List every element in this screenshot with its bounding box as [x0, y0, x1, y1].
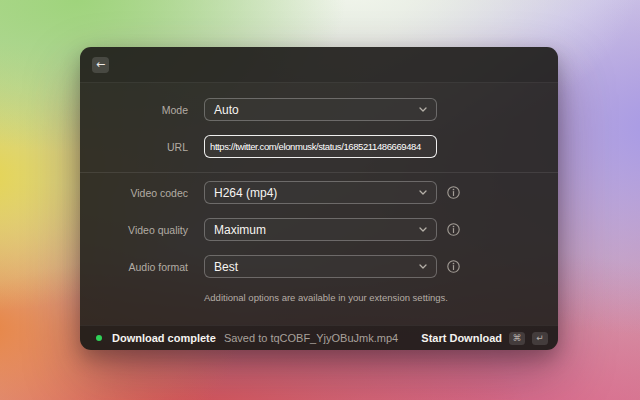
back-button[interactable]: ←: [92, 57, 109, 73]
status-text: Download complete: [112, 332, 216, 344]
info-icon[interactable]: [447, 223, 460, 236]
start-download-button[interactable]: Start Download: [421, 332, 502, 344]
mode-row: Mode Auto: [80, 98, 558, 121]
video-quality-select[interactable]: Maximum: [204, 218, 437, 241]
mode-value: Auto: [214, 103, 239, 117]
mode-select[interactable]: Auto: [204, 98, 437, 121]
desktop-background: ← Mode Auto URL Video codec H264 (mp4): [0, 0, 640, 400]
status-dot: [96, 335, 102, 341]
chevron-down-icon: [419, 107, 427, 112]
mode-label: Mode: [80, 104, 188, 116]
video-quality-row: Video quality Maximum: [80, 218, 558, 241]
chevron-down-icon: [419, 227, 427, 232]
info-icon[interactable]: [447, 186, 460, 199]
saved-file-text: Saved to tqCOBF_YjyOBuJmk.mp4: [224, 332, 398, 344]
info-icon[interactable]: [447, 260, 460, 273]
back-arrow-icon: ←: [96, 57, 105, 72]
command-key-icon: ⌘: [509, 332, 525, 345]
audio-format-label: Audio format: [80, 261, 188, 273]
downloader-dialog: ← Mode Auto URL Video codec H264 (mp4): [80, 47, 558, 350]
chevron-down-icon: [419, 264, 427, 269]
url-label: URL: [80, 141, 188, 153]
url-input[interactable]: [204, 135, 437, 158]
extension-settings-hint: Additional options are available in your…: [204, 292, 558, 303]
url-row: URL: [80, 135, 558, 158]
dialog-header: ←: [80, 47, 558, 83]
audio-format-value: Best: [214, 260, 238, 274]
chevron-down-icon: [419, 190, 427, 195]
video-codec-row: Video codec H264 (mp4): [80, 181, 558, 204]
options-form: Mode Auto URL Video codec H264 (mp4): [80, 83, 558, 303]
section-divider: [80, 172, 558, 173]
audio-format-row: Audio format Best: [80, 255, 558, 278]
status-bar: Download complete Saved to tqCOBF_YjyOBu…: [80, 325, 558, 350]
video-quality-value: Maximum: [214, 223, 266, 237]
audio-format-select[interactable]: Best: [204, 255, 437, 278]
video-quality-label: Video quality: [80, 224, 188, 236]
video-codec-label: Video codec: [80, 187, 188, 199]
video-codec-select[interactable]: H264 (mp4): [204, 181, 437, 204]
return-key-icon: ↵: [532, 332, 548, 345]
video-codec-value: H264 (mp4): [214, 186, 277, 200]
